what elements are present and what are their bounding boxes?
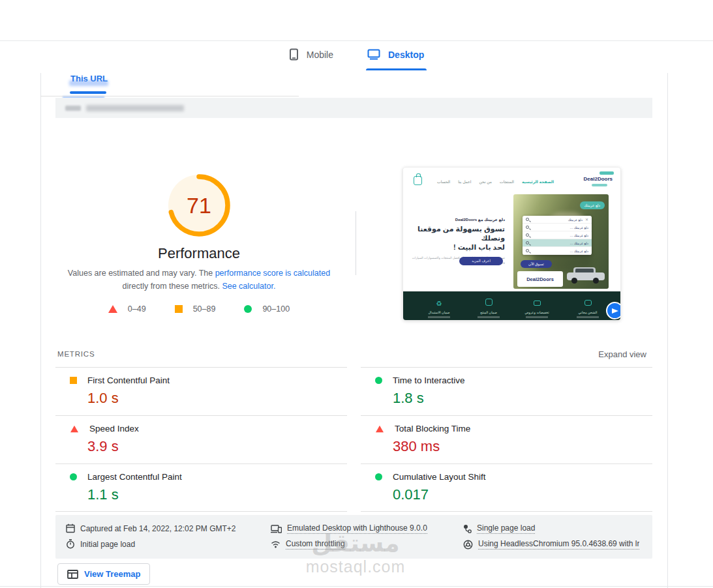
thumb-search-dropdown: دلع عربيتك ✕ دلع عربيتك … دلع عربيتك … د… <box>523 216 592 255</box>
thumb-footer-exchange: ♻ ضمان الاستبدال <box>416 297 462 318</box>
card-left-border <box>40 73 41 588</box>
pass-circle-icon <box>375 473 382 480</box>
thumb-footer-shipping: الشحن مجاني <box>565 297 611 318</box>
thumb-nav-links: الصفحة الرئيسية المنتجات من نحن اعمل بنا… <box>437 179 554 184</box>
average-square-icon <box>175 305 183 313</box>
url-tab-underline <box>70 91 106 94</box>
search-result-row: دلع عربيتك … <box>523 224 592 231</box>
devices-icon <box>271 525 282 533</box>
legend-fail: 0–49 <box>108 304 146 314</box>
thumb-footer-warranty: ضمان المنتج <box>466 297 511 318</box>
legend-average-label: 50–89 <box>193 304 216 314</box>
page-flow-icon <box>463 524 472 533</box>
metric-first-contentful-paint: First Contentful Paint 1.0 s <box>55 367 347 415</box>
search-result-row: دلع عربيتك … <box>523 231 592 239</box>
search-result-row-highlighted: دلع عربيتك … <box>523 239 592 247</box>
fail-triangle-icon <box>108 305 117 313</box>
legend-pass: 90–100 <box>244 304 290 314</box>
see-calculator-link[interactable]: See calculator. <box>222 282 275 291</box>
env-emulated-desktop: Emulated Desktop with Lighthouse 9.0.0 <box>271 523 427 534</box>
score-legend: 0–49 50–89 90–100 <box>55 304 342 314</box>
metric-value: 1.1 s <box>87 486 347 503</box>
wifi-icon <box>271 540 281 548</box>
expand-view-button[interactable]: Expand view <box>598 349 646 359</box>
recycle-icon: ♻ <box>436 300 442 308</box>
magnifier-icon <box>526 249 529 252</box>
tab-desktop-label: Desktop <box>388 50 424 60</box>
magnifier-icon <box>526 241 529 244</box>
performance-score: 71 <box>166 173 232 238</box>
stopwatch-icon <box>66 539 75 549</box>
search-input-row: دلع عربيتك ✕ <box>523 216 592 224</box>
tab-mobile[interactable]: Mobile <box>289 48 333 70</box>
view-treemap-button[interactable]: View Treemap <box>57 563 150 585</box>
thumb-headline-2: لحد باب البيت ! <box>407 243 505 252</box>
pass-circle-icon <box>244 305 252 313</box>
desc-text-2: directly from these metrics. <box>123 282 222 291</box>
thumb-hero-pill: دلع عربيتك <box>580 201 605 209</box>
messenger-icon <box>606 302 621 319</box>
watermark-latin: mostaql.com <box>258 558 453 575</box>
thumb-navbar: الصفحة الرئيسية المنتجات من نحن اعمل بنا… <box>403 168 620 196</box>
thumb-nav-work: اعمل بنا <box>458 179 471 184</box>
thumb-eyebrow: دلع عربيتك مع Deal2Doors <box>407 217 505 222</box>
thumb-car-image <box>567 267 605 284</box>
thumb-footer-offers: تخفيضات وعروض <box>514 297 560 318</box>
thumb-headline-1: تسوق بسهولة من موقعنا ونصلك <box>407 224 505 243</box>
env-chromium: Using HeadlessChromium 95.0.4638.69 with… <box>463 539 639 550</box>
card-right-border <box>667 73 668 588</box>
legend-pass-label: 90–100 <box>262 304 290 314</box>
thumb-cart-icon <box>414 176 422 185</box>
mobile-icon <box>289 48 299 61</box>
treemap-icon <box>67 570 78 579</box>
pagespeed-report: Mobile Desktop This URL 71 Performance V… <box>0 0 713 588</box>
thumb-nav-account: الحساب <box>437 179 450 184</box>
metric-value: 1.0 s <box>87 390 347 407</box>
thumb-footer: ♻ ضمان الاستبدال ضمان المنتج تخفيضات وعر… <box>403 291 620 321</box>
metrics-column-right: Time to Interactive 1.8 s Total Blocking… <box>361 367 652 512</box>
page-screenshot-thumbnail: الصفحة الرئيسية المنتجات من نحن اعمل بنا… <box>402 167 621 321</box>
url-bar <box>55 98 652 118</box>
performance-title: Performance <box>55 245 342 262</box>
env-captured: Captured at Feb 14, 2022, 12:02 PM GMT+2 <box>66 523 235 533</box>
thumb-bottom-logo: Deal2Doors <box>517 271 563 287</box>
thumb-brand-logo: Deal2Doors <box>584 176 613 182</box>
thumb-nav-products: المنتجات <box>500 179 514 184</box>
metric-value: 380 ms <box>393 438 652 455</box>
legend-average: 50–89 <box>175 304 216 314</box>
metric-speed-index: Speed Index 3.9 s <box>55 415 347 463</box>
clear-icon: ✕ <box>585 217 588 222</box>
favicon-blurred <box>65 106 81 111</box>
performance-gauge: 71 <box>166 173 232 238</box>
thumb-shop-now-button: تسوق الآن <box>521 260 552 268</box>
magnifier-icon <box>526 233 529 237</box>
url-text-blurred <box>86 105 184 111</box>
fail-triangle-icon <box>70 425 78 432</box>
column-divider <box>356 211 356 275</box>
url-tab-blur-overlay <box>69 80 108 86</box>
metrics-section-title: METRICS <box>57 350 95 358</box>
calculator-link[interactable]: performance score is calculated <box>215 269 330 278</box>
environment-bar: Captured at Feb 14, 2022, 12:02 PM GMT+2… <box>55 515 652 559</box>
chrome-icon <box>463 540 473 550</box>
tab-desktop[interactable]: Desktop <box>367 48 424 70</box>
thumb-cta-button: اعرف المزيد <box>459 257 503 265</box>
tab-active-underline <box>366 68 427 70</box>
magnifier-icon <box>526 226 529 229</box>
magnifier-icon <box>526 218 529 221</box>
desc-text-1: Values are estimated and may vary. The <box>68 269 215 278</box>
env-single-page-load: Single page load <box>463 523 535 534</box>
desktop-icon <box>367 49 380 60</box>
truck-icon <box>584 300 592 306</box>
tab-mobile-label: Mobile <box>307 50 333 60</box>
pass-circle-icon <box>375 377 382 384</box>
device-tabs: Mobile Desktop <box>0 48 713 70</box>
metric-time-to-interactive: Time to Interactive 1.8 s <box>361 367 652 415</box>
money-icon <box>534 301 541 306</box>
thumb-hero-photo: دلع عربيتك دلع عربيتك ✕ دلع عربيتك … دلع… <box>513 194 609 289</box>
metric-total-blocking-time: Total Blocking Time 380 ms <box>361 415 652 463</box>
legend-fail-label: 0–49 <box>128 304 146 314</box>
metric-value: 0.017 <box>393 486 652 503</box>
env-throttling: Custom throttling <box>271 539 345 550</box>
fail-triangle-icon <box>376 425 384 432</box>
